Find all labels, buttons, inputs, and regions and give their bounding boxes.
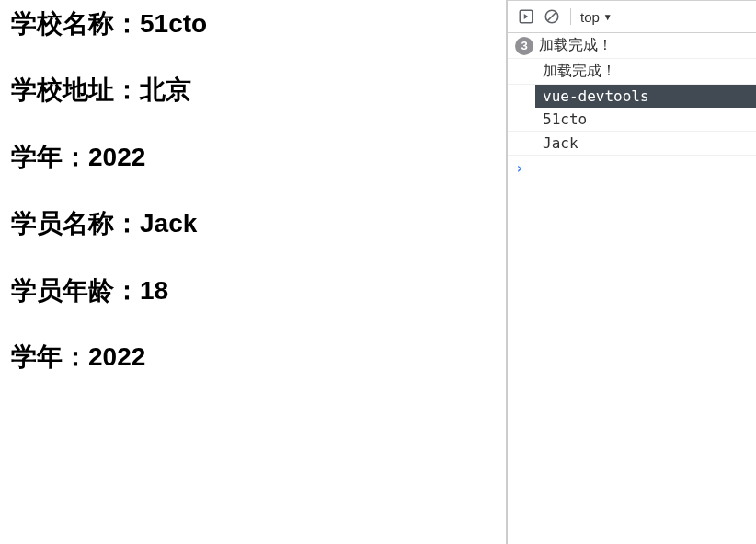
console-text: 51cto: [543, 110, 587, 128]
devtools-panel: top ▼ 3 加载完成！ 加载完成！ vue-devtools 51cto J…: [508, 0, 756, 544]
page-content: 学校名称：51cto 学校地址：北京 学年：2022 学员名称：Jack 学员年…: [0, 0, 506, 544]
school-year-line-1: 学年：2022: [11, 141, 495, 174]
console-prompt[interactable]: ›: [508, 156, 756, 180]
svg-line-2: [548, 13, 556, 21]
count-badge: 3: [515, 37, 533, 55]
student-name-value: Jack: [140, 209, 197, 237]
school-year-line-2: 学年：2022: [11, 341, 495, 374]
school-address-label: 学校地址：: [11, 75, 140, 104]
student-name-label: 学员名称：: [11, 209, 140, 237]
student-age-value: 18: [140, 276, 168, 305]
school-name-value: 51cto: [140, 9, 207, 38]
toolbar-divider: [570, 8, 571, 25]
execute-icon[interactable]: [517, 7, 535, 26]
console-group-text: 加载完成！: [539, 36, 613, 55]
console-body: 3 加载完成！ 加载完成！ vue-devtools 51cto Jack ›: [508, 33, 756, 544]
student-name-line: 学员名称：Jack: [11, 207, 495, 240]
console-row[interactable]: 51cto: [508, 108, 756, 132]
clear-console-icon[interactable]: [543, 7, 561, 26]
student-age-line: 学员年龄：18: [11, 274, 495, 307]
student-age-label: 学员年龄：: [11, 276, 140, 305]
console-text: 加载完成！: [543, 62, 616, 81]
school-year-label-2: 学年：: [11, 342, 88, 371]
console-toolbar: top ▼: [508, 0, 756, 33]
school-name-line: 学校名称：51cto: [11, 7, 495, 41]
school-name-label: 学校名称：: [11, 9, 140, 38]
school-year-label-1: 学年：: [11, 143, 88, 171]
context-selector[interactable]: top ▼: [580, 9, 613, 25]
console-text: vue-devtools: [543, 87, 649, 105]
school-address-value: 北京: [140, 75, 191, 104]
school-year-value-1: 2022: [88, 143, 145, 171]
chevron-right-icon: ›: [515, 159, 524, 177]
console-group-row[interactable]: 3 加载完成！: [508, 33, 756, 59]
context-label: top: [580, 9, 600, 25]
console-text: Jack: [543, 134, 578, 152]
school-address-line: 学校地址：北京: [11, 74, 495, 107]
chevron-down-icon: ▼: [603, 12, 613, 22]
console-row[interactable]: 加载完成！: [508, 59, 756, 85]
console-row[interactable]: Jack: [508, 132, 756, 156]
console-row-highlighted[interactable]: vue-devtools: [535, 85, 756, 108]
school-year-value-2: 2022: [88, 342, 145, 371]
